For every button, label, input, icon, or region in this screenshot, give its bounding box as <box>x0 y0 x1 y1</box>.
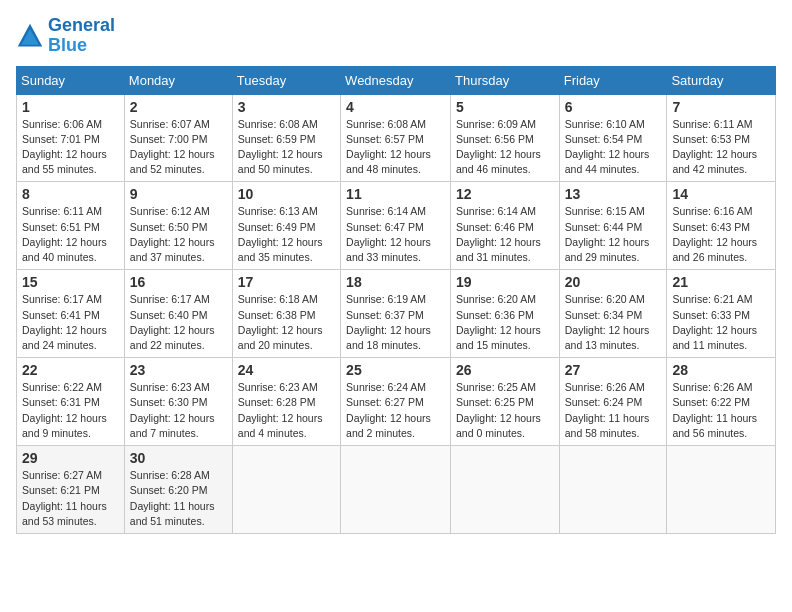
cell-info: Sunrise: 6:24 AMSunset: 6:27 PMDaylight:… <box>346 380 445 441</box>
day-number: 10 <box>238 186 335 202</box>
calendar-cell: 17Sunrise: 6:18 AMSunset: 6:38 PMDayligh… <box>232 270 340 358</box>
day-number: 22 <box>22 362 119 378</box>
calendar-table: SundayMondayTuesdayWednesdayThursdayFrid… <box>16 66 776 534</box>
cell-info: Sunrise: 6:08 AMSunset: 6:57 PMDaylight:… <box>346 117 445 178</box>
cell-info: Sunrise: 6:19 AMSunset: 6:37 PMDaylight:… <box>346 292 445 353</box>
day-number: 23 <box>130 362 227 378</box>
cell-info: Sunrise: 6:26 AMSunset: 6:22 PMDaylight:… <box>672 380 770 441</box>
cell-info: Sunrise: 6:25 AMSunset: 6:25 PMDaylight:… <box>456 380 554 441</box>
cell-info: Sunrise: 6:11 AMSunset: 6:51 PMDaylight:… <box>22 204 119 265</box>
day-number: 13 <box>565 186 662 202</box>
day-number: 2 <box>130 99 227 115</box>
calendar-cell <box>667 446 776 534</box>
cell-info: Sunrise: 6:28 AMSunset: 6:20 PMDaylight:… <box>130 468 227 529</box>
cell-info: Sunrise: 6:10 AMSunset: 6:54 PMDaylight:… <box>565 117 662 178</box>
cell-info: Sunrise: 6:20 AMSunset: 6:36 PMDaylight:… <box>456 292 554 353</box>
calendar-week-1: 1Sunrise: 6:06 AMSunset: 7:01 PMDaylight… <box>17 94 776 182</box>
day-number: 4 <box>346 99 445 115</box>
cell-info: Sunrise: 6:09 AMSunset: 6:56 PMDaylight:… <box>456 117 554 178</box>
day-number: 20 <box>565 274 662 290</box>
cell-info: Sunrise: 6:17 AMSunset: 6:41 PMDaylight:… <box>22 292 119 353</box>
calendar-cell: 30Sunrise: 6:28 AMSunset: 6:20 PMDayligh… <box>124 446 232 534</box>
day-number: 18 <box>346 274 445 290</box>
calendar-cell: 12Sunrise: 6:14 AMSunset: 6:46 PMDayligh… <box>451 182 560 270</box>
logo-text: General Blue <box>48 16 115 56</box>
day-number: 27 <box>565 362 662 378</box>
cell-info: Sunrise: 6:11 AMSunset: 6:53 PMDaylight:… <box>672 117 770 178</box>
calendar-cell: 15Sunrise: 6:17 AMSunset: 6:41 PMDayligh… <box>17 270 125 358</box>
calendar-cell: 5Sunrise: 6:09 AMSunset: 6:56 PMDaylight… <box>451 94 560 182</box>
calendar-cell <box>451 446 560 534</box>
calendar-body: 1Sunrise: 6:06 AMSunset: 7:01 PMDaylight… <box>17 94 776 533</box>
day-number: 1 <box>22 99 119 115</box>
cell-info: Sunrise: 6:27 AMSunset: 6:21 PMDaylight:… <box>22 468 119 529</box>
cell-info: Sunrise: 6:20 AMSunset: 6:34 PMDaylight:… <box>565 292 662 353</box>
cell-info: Sunrise: 6:06 AMSunset: 7:01 PMDaylight:… <box>22 117 119 178</box>
calendar-cell: 25Sunrise: 6:24 AMSunset: 6:27 PMDayligh… <box>341 358 451 446</box>
day-number: 21 <box>672 274 770 290</box>
cell-info: Sunrise: 6:12 AMSunset: 6:50 PMDaylight:… <box>130 204 227 265</box>
cell-info: Sunrise: 6:17 AMSunset: 6:40 PMDaylight:… <box>130 292 227 353</box>
calendar-cell: 10Sunrise: 6:13 AMSunset: 6:49 PMDayligh… <box>232 182 340 270</box>
weekday-header-monday: Monday <box>124 66 232 94</box>
day-number: 19 <box>456 274 554 290</box>
weekday-header-sunday: Sunday <box>17 66 125 94</box>
calendar-cell <box>232 446 340 534</box>
calendar-cell: 11Sunrise: 6:14 AMSunset: 6:47 PMDayligh… <box>341 182 451 270</box>
day-number: 17 <box>238 274 335 290</box>
calendar-cell: 18Sunrise: 6:19 AMSunset: 6:37 PMDayligh… <box>341 270 451 358</box>
calendar-cell <box>341 446 451 534</box>
day-number: 3 <box>238 99 335 115</box>
day-number: 6 <box>565 99 662 115</box>
day-number: 29 <box>22 450 119 466</box>
weekday-header-wednesday: Wednesday <box>341 66 451 94</box>
calendar-cell: 4Sunrise: 6:08 AMSunset: 6:57 PMDaylight… <box>341 94 451 182</box>
cell-info: Sunrise: 6:23 AMSunset: 6:28 PMDaylight:… <box>238 380 335 441</box>
calendar-week-4: 22Sunrise: 6:22 AMSunset: 6:31 PMDayligh… <box>17 358 776 446</box>
cell-info: Sunrise: 6:07 AMSunset: 7:00 PMDaylight:… <box>130 117 227 178</box>
calendar-cell: 27Sunrise: 6:26 AMSunset: 6:24 PMDayligh… <box>559 358 667 446</box>
cell-info: Sunrise: 6:14 AMSunset: 6:47 PMDaylight:… <box>346 204 445 265</box>
page-header: General Blue <box>16 16 776 56</box>
cell-info: Sunrise: 6:16 AMSunset: 6:43 PMDaylight:… <box>672 204 770 265</box>
day-number: 28 <box>672 362 770 378</box>
day-number: 14 <box>672 186 770 202</box>
cell-info: Sunrise: 6:23 AMSunset: 6:30 PMDaylight:… <box>130 380 227 441</box>
weekday-header-thursday: Thursday <box>451 66 560 94</box>
day-number: 25 <box>346 362 445 378</box>
calendar-week-3: 15Sunrise: 6:17 AMSunset: 6:41 PMDayligh… <box>17 270 776 358</box>
logo-icon <box>16 22 44 50</box>
calendar-cell: 13Sunrise: 6:15 AMSunset: 6:44 PMDayligh… <box>559 182 667 270</box>
day-number: 24 <box>238 362 335 378</box>
calendar-cell: 19Sunrise: 6:20 AMSunset: 6:36 PMDayligh… <box>451 270 560 358</box>
calendar-cell: 3Sunrise: 6:08 AMSunset: 6:59 PMDaylight… <box>232 94 340 182</box>
cell-info: Sunrise: 6:15 AMSunset: 6:44 PMDaylight:… <box>565 204 662 265</box>
cell-info: Sunrise: 6:14 AMSunset: 6:46 PMDaylight:… <box>456 204 554 265</box>
calendar-cell: 2Sunrise: 6:07 AMSunset: 7:00 PMDaylight… <box>124 94 232 182</box>
day-number: 30 <box>130 450 227 466</box>
calendar-header-row: SundayMondayTuesdayWednesdayThursdayFrid… <box>17 66 776 94</box>
calendar-cell: 16Sunrise: 6:17 AMSunset: 6:40 PMDayligh… <box>124 270 232 358</box>
calendar-cell: 8Sunrise: 6:11 AMSunset: 6:51 PMDaylight… <box>17 182 125 270</box>
day-number: 9 <box>130 186 227 202</box>
calendar-cell: 20Sunrise: 6:20 AMSunset: 6:34 PMDayligh… <box>559 270 667 358</box>
weekday-header-friday: Friday <box>559 66 667 94</box>
calendar-week-5: 29Sunrise: 6:27 AMSunset: 6:21 PMDayligh… <box>17 446 776 534</box>
calendar-cell: 28Sunrise: 6:26 AMSunset: 6:22 PMDayligh… <box>667 358 776 446</box>
calendar-cell <box>559 446 667 534</box>
cell-info: Sunrise: 6:18 AMSunset: 6:38 PMDaylight:… <box>238 292 335 353</box>
calendar-cell: 21Sunrise: 6:21 AMSunset: 6:33 PMDayligh… <box>667 270 776 358</box>
day-number: 8 <box>22 186 119 202</box>
day-number: 15 <box>22 274 119 290</box>
logo: General Blue <box>16 16 115 56</box>
calendar-cell: 26Sunrise: 6:25 AMSunset: 6:25 PMDayligh… <box>451 358 560 446</box>
calendar-cell: 22Sunrise: 6:22 AMSunset: 6:31 PMDayligh… <box>17 358 125 446</box>
day-number: 5 <box>456 99 554 115</box>
cell-info: Sunrise: 6:22 AMSunset: 6:31 PMDaylight:… <box>22 380 119 441</box>
cell-info: Sunrise: 6:13 AMSunset: 6:49 PMDaylight:… <box>238 204 335 265</box>
calendar-cell: 9Sunrise: 6:12 AMSunset: 6:50 PMDaylight… <box>124 182 232 270</box>
calendar-cell: 24Sunrise: 6:23 AMSunset: 6:28 PMDayligh… <box>232 358 340 446</box>
day-number: 16 <box>130 274 227 290</box>
calendar-cell: 1Sunrise: 6:06 AMSunset: 7:01 PMDaylight… <box>17 94 125 182</box>
cell-info: Sunrise: 6:26 AMSunset: 6:24 PMDaylight:… <box>565 380 662 441</box>
